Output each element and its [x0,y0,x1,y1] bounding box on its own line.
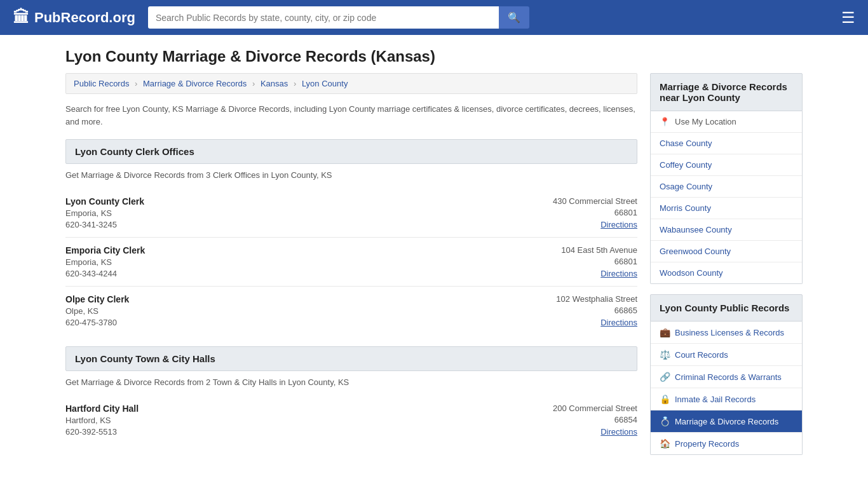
sidebar-item-criminal-records[interactable]: 🔗 Criminal Records & Warrants [651,366,802,388]
breadcrumb-public-records[interactable]: Public Records [74,79,129,88]
record-right: 430 Commercial Street 66801 Directions [510,196,637,229]
nearby-counties-list: 📍 Use My Location Chase County Coffey Co… [650,111,803,284]
table-row: Hartford City Hall Hartford, KS 620-392-… [65,396,637,444]
record-name: Hartford City Hall [65,403,510,414]
sidebar-item-marriage-divorce[interactable]: 💍 Marriage & Divorce Records [651,410,802,433]
directions-link[interactable]: Directions [600,220,637,229]
record-left: Emporia City Clerk Emporia, KS 620-343-4… [65,245,510,278]
record-left: Olpe City Clerk Olpe, KS 620-475-3780 [65,294,510,327]
record-left: Lyon County Clerk Emporia, KS 620-341-32… [65,196,510,229]
record-left: Hartford City Hall Hartford, KS 620-392-… [65,403,510,437]
search-bar: 🔍 [148,6,529,29]
record-city: Emporia, KS [65,257,510,267]
main-layout: Public Records › Marriage & Divorce Reco… [65,73,803,465]
record-zip: 66801 [510,257,637,266]
record-city: Emporia, KS [65,208,510,218]
record-zip: 66865 [510,306,637,315]
sidebar-item-label: Criminal Records & Warrants [675,372,782,382]
inmate-icon: 🔒 [660,394,670,404]
city-halls-desc: Get Marriage & Divorce Records from 2 To… [65,377,637,387]
logo-text: PubRecord.org [34,10,135,26]
record-phone: 620-392-5513 [65,427,510,437]
sidebar: Marriage & Divorce Records near Lyon Cou… [650,73,803,465]
sidebar-item-property-records[interactable]: 🏠 Property Records [651,433,802,454]
record-right: 104 East 5th Avenue 66801 Directions [510,245,637,278]
record-address: 200 Commercial Street [510,403,637,413]
sidebar-item-chase-county[interactable]: Chase County [651,133,802,154]
record-city: Olpe, KS [65,306,510,316]
record-right: 200 Commercial Street 66854 Directions [510,403,637,437]
record-address: 104 East 5th Avenue [510,245,637,255]
sidebar-item-court-records[interactable]: ⚖️ Court Records [651,344,802,366]
main-content: Public Records › Marriage & Divorce Reco… [65,73,637,465]
sidebar-item-coffey-county[interactable]: Coffey County [651,154,802,176]
sidebar-item-label: Property Records [675,439,739,449]
building-icon: 🏛 [13,8,29,27]
site-header: 🏛 PubRecord.org 🔍 ☰ [0,0,868,35]
record-phone: 620-341-3245 [65,220,510,229]
table-row: Olpe City Clerk Olpe, KS 620-475-3780 10… [65,287,637,335]
record-name: Emporia City Clerk [65,245,510,255]
sidebar-item-woodson-county[interactable]: Woodson County [651,262,802,283]
breadcrumb-sep-3: › [294,79,296,88]
breadcrumb-marriage-divorce[interactable]: Marriage & Divorce Records [143,79,247,88]
record-address: 102 Westphalia Street [510,294,637,304]
page-title: Lyon County Marriage & Divorce Records (… [65,48,803,65]
record-zip: 66854 [510,415,637,424]
court-icon: ⚖️ [660,349,670,360]
record-phone: 620-343-4244 [65,269,510,278]
breadcrumb-lyon-county[interactable]: Lyon County [302,79,348,88]
record-name: Lyon County Clerk [65,196,510,207]
record-name: Olpe City Clerk [65,294,510,304]
table-row: Emporia City Clerk Emporia, KS 620-343-4… [65,238,637,287]
record-phone: 620-475-3780 [65,318,510,327]
record-city: Hartford, KS [65,416,510,425]
breadcrumb-kansas[interactable]: Kansas [261,79,288,88]
use-my-location-item[interactable]: 📍 Use My Location [651,111,802,133]
clerk-offices-desc: Get Marriage & Divorce Records from 3 Cl… [65,170,637,180]
city-halls-header: Lyon County Town & City Halls [65,346,637,371]
clerk-offices-section: Lyon County Clerk Offices Get Marriage &… [65,139,637,335]
record-zip: 66801 [510,208,637,217]
public-records-list: 💼 Business Licenses & Records ⚖️ Court R… [650,322,803,455]
clerk-offices-header: Lyon County Clerk Offices [65,139,637,164]
hamburger-menu[interactable]: ☰ [841,9,855,27]
page-description: Search for free Lyon County, KS Marriage… [65,103,637,128]
sidebar-item-label: Business Licenses & Records [675,328,784,337]
sidebar-item-osage-county[interactable]: Osage County [651,176,802,198]
sidebar-item-label: Court Records [675,350,728,360]
table-row: Lyon County Clerk Emporia, KS 620-341-32… [65,189,637,238]
sidebar-item-inmate-records[interactable]: 🔒 Inmate & Jail Records [651,388,802,410]
directions-link[interactable]: Directions [600,427,637,437]
location-icon: 📍 [660,117,670,126]
site-logo[interactable]: 🏛 PubRecord.org [13,8,135,27]
page-container: Lyon County Marriage & Divorce Records (… [53,35,815,478]
business-icon: 💼 [660,327,670,337]
breadcrumb-sep-2: › [252,79,255,88]
sidebar-item-label: Inmate & Jail Records [675,395,756,404]
public-records-section-header: Lyon County Public Records [650,294,803,322]
search-button[interactable]: 🔍 [499,6,529,29]
directions-link[interactable]: Directions [600,318,637,327]
sidebar-item-greenwood-county[interactable]: Greenwood County [651,241,802,262]
use-location-label: Use My Location [675,117,736,126]
criminal-icon: 🔗 [660,372,670,382]
marriage-icon: 💍 [660,416,670,426]
breadcrumb: Public Records › Marriage & Divorce Reco… [65,73,637,94]
sidebar-item-wabaunsee-county[interactable]: Wabaunsee County [651,219,802,241]
search-input[interactable] [148,6,499,29]
nearby-section-header: Marriage & Divorce Records near Lyon Cou… [650,73,803,111]
property-icon: 🏠 [660,438,670,449]
sidebar-item-business-licenses[interactable]: 💼 Business Licenses & Records [651,322,802,344]
sidebar-item-morris-county[interactable]: Morris County [651,198,802,219]
city-halls-section: Lyon County Town & City Halls Get Marria… [65,346,637,444]
record-right: 102 Westphalia Street 66865 Directions [510,294,637,327]
directions-link[interactable]: Directions [600,269,637,278]
breadcrumb-sep-1: › [135,79,137,88]
record-address: 430 Commercial Street [510,196,637,206]
sidebar-item-label: Marriage & Divorce Records [675,417,778,426]
